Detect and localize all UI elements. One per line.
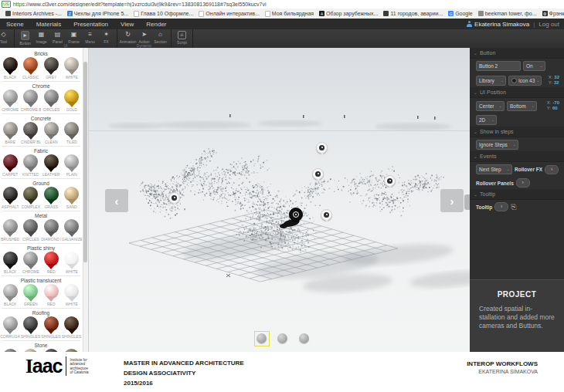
material-swatch[interactable]: SHINGLES R... bbox=[62, 316, 82, 339]
sidebar-scrollbar[interactable] bbox=[83, 48, 88, 352]
action-tool-button[interactable]: ➤Action bbox=[136, 30, 152, 44]
animation-tool-button[interactable]: ↻Animation bbox=[120, 30, 136, 44]
panel-collapse-handle[interactable] bbox=[464, 194, 470, 210]
material-swatch[interactable]: CARPET bbox=[0, 154, 20, 177]
scene-button-marker[interactable] bbox=[312, 168, 324, 180]
menu-scene[interactable]: Scene bbox=[0, 21, 30, 28]
material-swatch[interactable]: BLACK bbox=[0, 57, 20, 79]
tool-tool-button[interactable]: ◇Tool bbox=[0, 30, 12, 44]
material-swatch[interactable]: SHINGLES B... bbox=[21, 316, 41, 339]
icon-library-select[interactable]: Library⌄ bbox=[476, 76, 506, 86]
material-swatch[interactable]: GRASS bbox=[41, 187, 61, 209]
menu-view[interactable]: View bbox=[114, 21, 140, 28]
viewport-3d[interactable]: ‹ › bbox=[89, 48, 470, 352]
button-name-input[interactable]: Button 2 bbox=[476, 61, 521, 71]
bookmark-item[interactable]: ZЧехлы для iPhone 5... bbox=[67, 11, 128, 16]
state-select[interactable]: On⌄ bbox=[523, 61, 545, 71]
menu-presentation[interactable]: Presentation bbox=[67, 21, 114, 28]
material-swatch[interactable]: GREY bbox=[41, 57, 61, 79]
material-swatch[interactable]: CHROME BLUR bbox=[21, 90, 41, 112]
material-swatch[interactable]: CIRCLES bbox=[21, 219, 41, 242]
x-value[interactable]: -70 bbox=[552, 100, 559, 105]
material-swatch[interactable]: SHINGLES RED bbox=[41, 316, 61, 339]
material-swatch[interactable]: ASPHALT bbox=[0, 187, 20, 209]
bookmark-item[interactable]: beekman tower, фо... bbox=[478, 11, 537, 16]
scene-button-marker-selected[interactable] bbox=[289, 208, 303, 221]
section-header-ui-position[interactable]: ⌄UI Position bbox=[470, 87, 564, 98]
material-swatch[interactable]: GREEN bbox=[21, 284, 41, 306]
document-icon[interactable]: ⎘ bbox=[511, 203, 516, 211]
material-swatch[interactable]: KNITTED bbox=[21, 154, 41, 177]
material-swatch[interactable]: WHITE bbox=[62, 284, 82, 306]
mode-select[interactable]: 2D⌄ bbox=[476, 115, 497, 125]
material-preview-thumb[interactable] bbox=[277, 333, 287, 343]
steps-select[interactable]: Ignore Steps⌄ bbox=[476, 140, 518, 150]
bookmark-item[interactable]: GGoogle bbox=[448, 11, 473, 16]
menu-tool-button[interactable]: ≡Menu bbox=[82, 30, 98, 44]
material-swatch[interactable]: WHITE bbox=[62, 252, 82, 274]
scene-button-marker[interactable] bbox=[321, 209, 332, 221]
material-swatch[interactable]: GOLD bbox=[62, 90, 82, 112]
rollover-fx-button[interactable]: › bbox=[545, 165, 559, 174]
material-swatch[interactable]: CHROME bbox=[0, 90, 20, 112]
bookmark-item[interactable]: Interiors Archives -... bbox=[5, 11, 62, 16]
material-swatch[interactable]: CLEAN bbox=[41, 122, 61, 144]
bookmark-item[interactable]: AОбзор зарубежных... bbox=[319, 11, 378, 16]
scene-button-marker[interactable] bbox=[384, 175, 396, 187]
material-swatch[interactable]: CIRCLES bbox=[41, 90, 61, 112]
material-swatch[interactable]: SAND bbox=[62, 187, 82, 209]
image-tool-button[interactable]: ▦Image bbox=[33, 30, 49, 44]
fx-tool-button[interactable]: ✶FX bbox=[98, 30, 114, 44]
material-swatch[interactable]: CLASSIC bbox=[21, 57, 41, 79]
material-swatch[interactable]: PLAIN bbox=[62, 154, 82, 177]
material-preview-thumb[interactable] bbox=[299, 333, 309, 343]
material-swatch[interactable]: COMPLEX bbox=[21, 187, 41, 209]
material-swatch[interactable]: CORRUGATE... bbox=[0, 316, 20, 339]
material-swatch[interactable]: RED bbox=[41, 252, 61, 274]
h-anchor-select[interactable]: Center⌄ bbox=[476, 101, 505, 111]
bookmark-item[interactable]: 11 городов, аварии... bbox=[383, 11, 443, 16]
material-swatch[interactable]: GALVANIZED bbox=[62, 219, 82, 242]
bookmark-item[interactable]: Онлайн интерактив... bbox=[199, 11, 259, 17]
material-swatch[interactable]: WHITE bbox=[62, 57, 82, 79]
y-value[interactable]: 60 bbox=[552, 106, 558, 110]
material-swatch[interactable]: BLACK bbox=[0, 252, 20, 274]
section-header-events[interactable]: ⌄Events bbox=[470, 151, 564, 162]
material-swatch[interactable]: LEATHER bbox=[41, 154, 61, 177]
tooltip-button[interactable]: › bbox=[494, 202, 508, 211]
bookmark-item[interactable]: Глава 10 Оформле... bbox=[134, 11, 193, 17]
bookmark-item[interactable]: Моя бильярдная bbox=[265, 11, 314, 17]
material-swatch[interactable]: BRUSHED bbox=[0, 219, 20, 242]
scene-button-marker[interactable] bbox=[168, 192, 180, 204]
rollover-panels-button[interactable]: › bbox=[516, 178, 530, 188]
section-header-show-in-steps[interactable]: ⌄Show in steps bbox=[470, 127, 564, 137]
material-swatch[interactable]: CHROME bbox=[21, 252, 41, 274]
prev-step-arrow[interactable]: ‹ bbox=[105, 189, 128, 212]
x-value[interactable]: 32 bbox=[554, 75, 559, 79]
section-header-button[interactable]: ⌄Button bbox=[470, 48, 564, 59]
section-header-tooltip[interactable]: ⌄Tooltip bbox=[470, 189, 564, 200]
material-swatch[interactable]: RED bbox=[41, 284, 61, 306]
menu-render[interactable]: Render bbox=[140, 21, 172, 28]
scene-button-marker[interactable] bbox=[316, 142, 328, 154]
material-preview-thumb[interactable] bbox=[257, 333, 267, 343]
section-tool-button[interactable]: ⌂Section bbox=[152, 30, 168, 44]
material-swatch[interactable]: BARE bbox=[0, 122, 20, 144]
material-swatch[interactable]: BLACK bbox=[0, 284, 20, 306]
menu-materials[interactable]: Materials bbox=[30, 21, 67, 28]
next-step-arrow[interactable]: › bbox=[440, 189, 464, 212]
panel-tool-button[interactable]: ▤Panel bbox=[49, 30, 66, 44]
material-swatch[interactable]: CINDER BLO... bbox=[21, 122, 41, 144]
logout-link[interactable]: Log out bbox=[539, 21, 559, 28]
bookmark-item[interactable]: ФФрэнк Гери Архив... bbox=[542, 11, 564, 16]
material-swatch[interactable]: TILED bbox=[62, 122, 82, 144]
v-anchor-select[interactable]: Bottom⌄ bbox=[507, 101, 537, 111]
material-swatch[interactable]: DIAMOND PL... bbox=[41, 219, 61, 242]
event-select[interactable]: Next Step⌄ bbox=[476, 164, 512, 174]
script-tool-button[interactable]: ‹/›Script bbox=[174, 30, 190, 45]
sidebar-scrollbar-thumb[interactable] bbox=[83, 62, 87, 262]
icon-select[interactable]: Icon 43⌄ bbox=[508, 76, 542, 86]
frame-tool-button[interactable]: ▣Frame bbox=[66, 30, 82, 44]
section-title: Events bbox=[480, 154, 496, 159]
y-value[interactable]: 32 bbox=[554, 80, 559, 85]
